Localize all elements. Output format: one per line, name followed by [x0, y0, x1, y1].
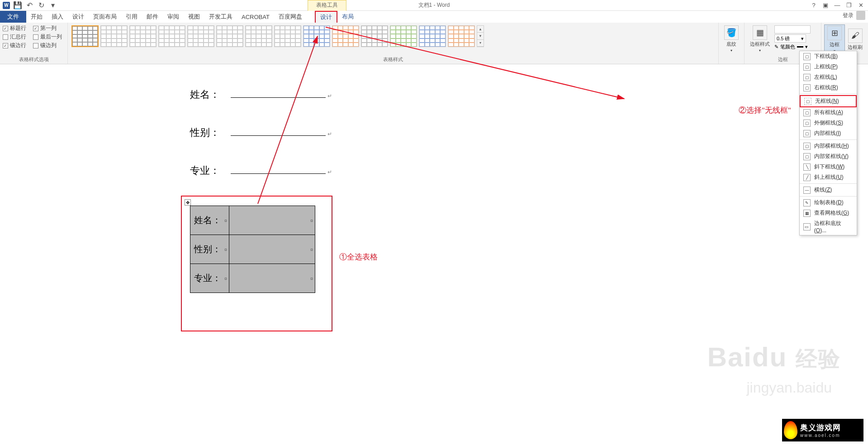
table-style-thumb[interactable]: [245, 25, 272, 47]
login-link[interactable]: 登录: [843, 12, 854, 19]
table-cell: ¤: [229, 235, 315, 264]
qat-save[interactable]: 💾: [14, 1, 22, 10]
ribbon: ✓标题行 ✓第一列 汇总行 最后一列 ✓镶边行 镶边列 表格样式选项 ▲▼▾ 表…: [0, 23, 868, 64]
border-menu-right[interactable]: ▢右框线(R): [800, 82, 857, 93]
tab-page-layout[interactable]: 页面布局: [89, 11, 121, 23]
word-icon: W: [3, 2, 10, 9]
table-tools-context-label: 表格工具: [308, 0, 346, 11]
qat-redo[interactable]: ↻: [37, 1, 45, 10]
tab-view[interactable]: 视图: [184, 11, 204, 23]
selected-table[interactable]: 姓名：¤¤ 性别：¤¤ 专业：¤¤: [190, 206, 315, 293]
table-cell: 性别：¤: [190, 235, 229, 264]
border-menu-left[interactable]: ▢左框线(L): [800, 72, 857, 82]
opt-banded-row[interactable]: ✓镶边行: [3, 42, 29, 49]
border-outside-icon: ▢: [803, 120, 811, 127]
table-style-thumb[interactable]: [419, 25, 446, 47]
border-menu-inside_v[interactable]: ▢内部竖框线(V): [800, 151, 857, 162]
paragraph-mark-icon: ↵: [327, 169, 332, 175]
shading-button[interactable]: 🪣 底纹 ▾: [721, 24, 741, 53]
table-style-thumb[interactable]: [71, 25, 99, 47]
border-menu-outside[interactable]: ▢外侧框线(S): [800, 118, 857, 128]
opt-total-row[interactable]: 汇总行: [3, 33, 29, 41]
tab-references[interactable]: 引用: [121, 11, 142, 23]
opt-header-row[interactable]: ✓标题行: [3, 24, 29, 32]
field-label: 姓名：: [190, 88, 231, 101]
document-area[interactable]: 姓名：↵ 性别：↵ 专业：↵ ✥ 姓名：¤¤ 性别：¤¤ 专业：¤¤ ①全选表格…: [0, 64, 868, 446]
border-left-icon: ▢: [803, 74, 811, 81]
border-menu-inside[interactable]: ▢内部框线(I): [800, 128, 857, 139]
field-label: 性别：: [190, 126, 231, 139]
border-menu-draw[interactable]: ✎绘制表格(D): [800, 197, 857, 208]
table-style-thumb[interactable]: [390, 25, 417, 47]
border-menu-top[interactable]: ▢上框线(P): [800, 62, 857, 72]
border-menu-gridlines[interactable]: ▦查看网格线(G): [800, 208, 857, 218]
table-style-thumb[interactable]: [448, 25, 475, 47]
opt-first-col[interactable]: ✓第一列: [33, 24, 65, 32]
table-style-thumb[interactable]: [303, 25, 330, 47]
tab-baidu-netdisk[interactable]: 百度网盘: [274, 11, 307, 23]
site-url: www.aoel.com: [800, 433, 841, 438]
tab-acrobat[interactable]: ACROBAT: [237, 11, 274, 23]
border-menu-hline[interactable]: —横线(Z): [800, 185, 857, 195]
annotation-step1: ①全选表格: [339, 252, 378, 262]
table-style-thumb[interactable]: [187, 25, 214, 47]
border-dialog-icon: ▭: [803, 223, 811, 230]
table-row: 姓名：¤¤: [190, 206, 315, 235]
border-menu-inside_h[interactable]: ▢内部横框线(H): [800, 141, 857, 151]
table-style-thumb[interactable]: [361, 25, 388, 47]
border-menu-bottom[interactable]: ▢下框线(B): [800, 51, 857, 62]
tab-insert[interactable]: 插入: [47, 11, 68, 23]
tab-review[interactable]: 审阅: [163, 11, 184, 23]
table-move-handle-icon[interactable]: ✥: [185, 199, 191, 206]
border-menu-dialog[interactable]: ▭边框和底纹(O)...: [800, 218, 857, 235]
border-none-icon: ▢: [804, 98, 811, 105]
qat-customize[interactable]: ▾: [49, 1, 57, 10]
ribbon-display-options[interactable]: ▣: [820, 1, 831, 10]
table-cell: 专业：¤: [190, 264, 229, 293]
table-style-thumb[interactable]: [216, 25, 243, 47]
minimize-button[interactable]: —: [832, 1, 843, 10]
border-menu-none[interactable]: ▢无框线(N): [800, 95, 857, 107]
border-style-preview[interactable]: [774, 25, 811, 34]
table-style-thumb[interactable]: [274, 25, 301, 47]
tab-file[interactable]: 文件: [0, 11, 26, 23]
border-painter-button[interactable]: 🖌 边框刷: [845, 24, 865, 54]
tab-design[interactable]: 设计: [68, 11, 89, 23]
tab-home[interactable]: 开始: [26, 11, 47, 23]
opt-banded-col[interactable]: 镶边列: [33, 42, 65, 49]
border-menu-all[interactable]: ▢所有框线(A): [800, 107, 857, 118]
group-label-style-options: 表格样式选项: [3, 56, 65, 64]
paragraph-mark-icon: ↵: [327, 93, 332, 99]
tab-table-design[interactable]: 设计: [315, 11, 337, 23]
opt-last-col[interactable]: 最后一列: [33, 33, 65, 41]
border-gridlines-icon: ▦: [803, 210, 811, 217]
pen-color-button[interactable]: ✎ 笔颜色 ▾: [774, 43, 811, 50]
qat-undo[interactable]: ↶: [25, 1, 33, 10]
tab-developer[interactable]: 开发工具: [204, 11, 237, 23]
table-style-thumb[interactable]: [100, 25, 128, 47]
border-inside_v-icon: ▢: [803, 153, 811, 160]
table-style-thumb[interactable]: [129, 25, 157, 47]
pen-weight-select[interactable]: 0.5 磅▾: [774, 34, 806, 43]
watermark-sub: jingyan.baidu: [746, 379, 832, 396]
paragraph-mark-icon: ↵: [327, 131, 332, 137]
field-underline: [231, 87, 326, 98]
ribbon-tabs: 文件 开始 插入 设计 页面布局 引用 邮件 审阅 视图 开发工具 ACROBA…: [0, 11, 868, 23]
gallery-scroll[interactable]: ▲▼▾: [477, 25, 484, 47]
border-styles-button[interactable]: ▦ 边框样式 ▾: [747, 24, 773, 53]
group-label-table-styles: 表格样式: [71, 56, 716, 64]
tab-table-layout[interactable]: 布局: [337, 11, 358, 23]
restore-button[interactable]: ❐: [844, 1, 854, 10]
borders-split-button[interactable]: ⊞ 边框 ▾: [824, 24, 845, 54]
help-button[interactable]: ?: [808, 1, 819, 10]
close-button[interactable]: ✕: [855, 1, 866, 10]
borders-dropdown-menu: ▢下框线(B)▢上框线(P)▢左框线(L)▢右框线(R)▢无框线(N)▢所有框线…: [799, 51, 857, 235]
table-style-thumb[interactable]: [332, 25, 359, 47]
window-title: 文档1 - Word: [0, 1, 868, 9]
site-badge: 奥义游戏网 www.aoel.com: [782, 419, 863, 441]
border-menu-diag_down[interactable]: ╲斜下框线(W): [800, 162, 857, 172]
user-avatar-icon[interactable]: [856, 11, 865, 20]
tab-mailings[interactable]: 邮件: [142, 11, 163, 23]
border-menu-diag_up[interactable]: ╱斜上框线(U): [800, 172, 857, 182]
table-style-thumb[interactable]: [158, 25, 185, 47]
